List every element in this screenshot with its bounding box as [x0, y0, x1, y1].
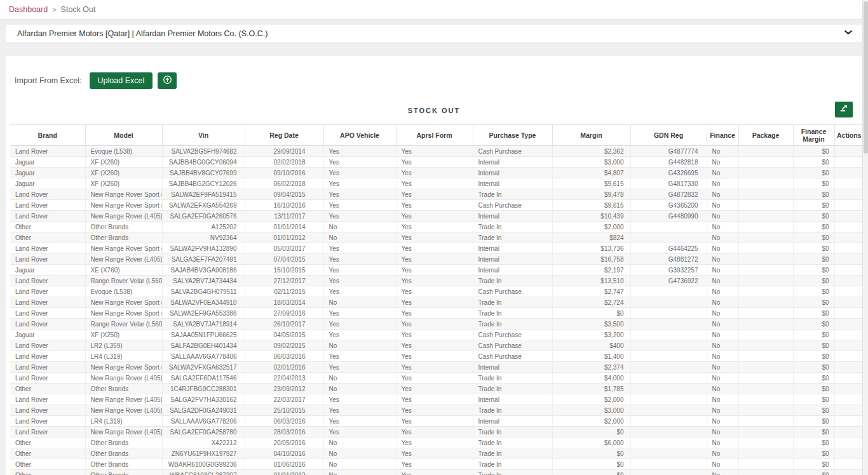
cell-brand: Other — [10, 459, 85, 470]
cell-gdn_reg: G4877774 — [630, 146, 707, 157]
cell-brand: Land Rover — [10, 373, 85, 384]
breadcrumb-dashboard-link[interactable]: Dashboard — [9, 5, 48, 14]
cell-brand: Jaguar — [10, 178, 85, 189]
cell-finance: No — [707, 394, 738, 405]
cell-gdn_reg — [630, 319, 707, 330]
cell-finance: No — [707, 276, 738, 286]
cell-apo_vehicle: Yes — [323, 168, 396, 178]
cell-gdn_reg — [630, 384, 707, 394]
cell-model: New Range Rover (L405) — [85, 254, 162, 265]
cell-actions — [834, 146, 864, 157]
cell-purchase_type: Trade In — [473, 276, 552, 286]
cell-finance: No — [707, 297, 738, 308]
cell-aprsl_form: Yes — [396, 373, 473, 384]
cell-margin: $0 — [552, 448, 630, 459]
dealer-select-dropdown[interactable]: Alfardan Premier Motors [Qatar] | Alfard… — [6, 25, 862, 42]
cell-model: New Range Rover (L405) — [85, 427, 162, 438]
cell-apo_vehicle: Yes — [323, 146, 396, 157]
column-header-purchase_type[interactable]: Purchase Type — [473, 125, 552, 146]
table-row: Land RoverLR4 (L319)SALLAAAV6GA77840606/… — [10, 351, 864, 362]
cell-model: XF (X260) — [85, 178, 162, 189]
cell-brand: Land Rover — [10, 200, 85, 211]
cell-model: New Range Rover Sport (L49 — [85, 243, 162, 254]
cell-brand: Other — [10, 448, 85, 459]
vertical-scrollbar[interactable] — [862, 0, 868, 475]
table-row: OtherOther BrandsNV9236401/01/2012NoYesT… — [10, 232, 864, 243]
cell-package — [738, 351, 793, 362]
column-header-package[interactable]: Package — [738, 125, 793, 146]
cell-finance: No — [707, 362, 738, 373]
cell-apo_vehicle: No — [323, 448, 396, 459]
cell-brand: Land Rover — [10, 254, 85, 265]
cell-vin: SALGA2FV7HA330162 — [162, 394, 245, 405]
cell-model: New Range Rover (L405) — [85, 405, 162, 416]
column-header-actions[interactable]: Actions — [834, 125, 864, 146]
cell-actions — [834, 362, 864, 373]
cell-finance_margin: $0 — [793, 351, 834, 362]
cell-apo_vehicle: No — [323, 340, 396, 351]
cell-apo_vehicle: Yes — [323, 319, 396, 330]
cell-brand: Land Rover — [10, 340, 85, 351]
cell-margin: $16,758 — [552, 254, 630, 265]
cell-finance: No — [707, 178, 738, 189]
cell-finance: No — [707, 470, 738, 475]
stock-out-panel: Import From Excel: Upload Excel STOCK OU… — [6, 56, 862, 475]
cell-margin: $824 — [552, 232, 630, 243]
cell-finance_margin: $0 — [793, 373, 834, 384]
cell-vin: SAJBB4BG0GCY06094 — [162, 157, 245, 168]
column-header-reg_date[interactable]: Reg Date — [245, 125, 323, 146]
cell-gdn_reg: G4464225 — [630, 243, 707, 254]
cell-model: XF (X260) — [85, 168, 162, 178]
export-table-button[interactable] — [835, 102, 853, 117]
cell-package — [738, 265, 793, 276]
cell-gdn_reg: G4872832 — [630, 189, 707, 200]
cell-package — [738, 405, 793, 416]
table-row: Land RoverNew Range Rover Sport (L49SALW… — [10, 243, 864, 254]
cell-purchase_type: Internal — [473, 157, 552, 168]
cell-margin: $2,197 — [552, 265, 630, 276]
column-header-brand[interactable]: Brand — [10, 125, 85, 146]
cell-gdn_reg — [630, 427, 707, 438]
cell-purchase_type: Trade In — [473, 297, 552, 308]
column-header-finance[interactable]: Finance — [707, 125, 738, 146]
cell-apo_vehicle: Yes — [323, 351, 396, 362]
table-row: Land RoverNew Range Rover (L405)SALGA2EF… — [10, 427, 864, 438]
cell-apo_vehicle: Yes — [323, 330, 396, 340]
cell-finance: No — [707, 373, 738, 384]
column-header-vin[interactable]: Vin — [162, 125, 245, 146]
cell-package — [738, 178, 793, 189]
table-row: Land RoverEvoque (L538)SALVA2BG4GH079511… — [10, 286, 864, 297]
cell-apo_vehicle: Yes — [323, 416, 396, 427]
cell-brand: Land Rover — [10, 189, 85, 200]
cell-model: XF (X250) — [85, 330, 162, 340]
download-template-button[interactable] — [158, 72, 177, 89]
table-row: Land RoverEvoque (L538)SALVA2BG5FH974682… — [10, 146, 864, 157]
cell-finance: No — [707, 351, 738, 362]
cell-reg_date: 05/03/2017 — [245, 243, 323, 254]
column-header-aprsl_form[interactable]: Aprsl Form — [396, 125, 473, 146]
cell-reg_date: 09/10/2016 — [245, 168, 323, 178]
cell-reg_date: 02/01/2016 — [245, 362, 323, 373]
cell-reg_date: 15/10/2015 — [245, 265, 323, 276]
cell-margin: $3,500 — [552, 319, 630, 330]
column-header-finance_margin[interactable]: Finance Margin — [793, 125, 834, 146]
cell-vin: SALVA2BG4GH079511 — [162, 286, 245, 297]
cell-model: LR4 (L319) — [85, 416, 162, 427]
cell-purchase_type: Trade In — [473, 232, 552, 243]
cell-actions — [834, 405, 864, 416]
column-header-margin[interactable]: Margin — [552, 125, 630, 146]
scrollbar-thumb[interactable] — [864, 1, 868, 154]
cell-vin: SAJBB4BG2GCY12026 — [162, 178, 245, 189]
column-header-model[interactable]: Model — [85, 125, 162, 146]
cell-model: New Range Rover Sport (L49 — [85, 189, 162, 200]
cell-reg_date: 06/03/2016 — [245, 416, 323, 427]
cell-gdn_reg — [630, 340, 707, 351]
cell-vin: SALGA2EF0GA260576 — [162, 211, 245, 222]
cell-purchase_type: Trade In — [473, 189, 552, 200]
column-header-apo_vehicle[interactable]: APO Vehicle — [323, 125, 396, 146]
cell-vin: ZN6YU61F9HX197927 — [162, 448, 245, 459]
cell-vin: 1C4RJFBG9CC288301 — [162, 384, 245, 394]
column-header-gdn_reg[interactable]: GDN Reg — [630, 125, 707, 146]
upload-excel-button[interactable]: Upload Excel — [90, 72, 153, 89]
cell-finance_margin: $0 — [793, 211, 834, 222]
